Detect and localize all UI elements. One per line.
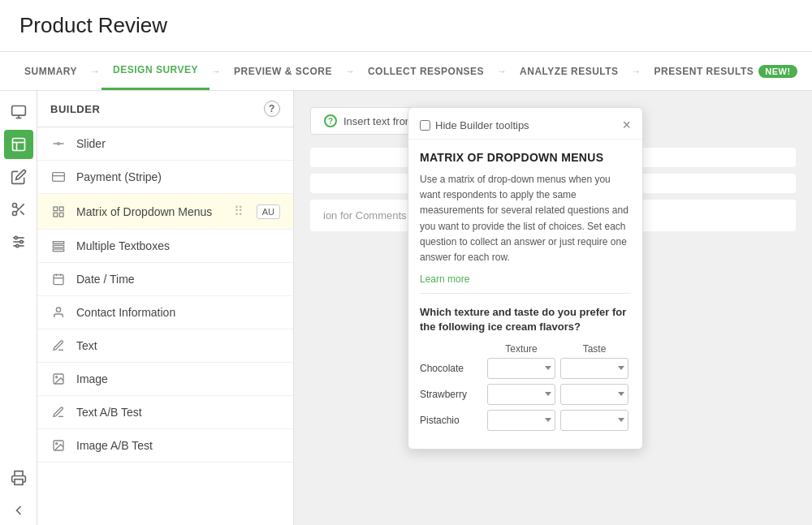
image-ab-icon xyxy=(50,439,67,452)
svg-point-15 xyxy=(19,240,22,243)
svg-point-16 xyxy=(15,244,18,247)
nav-arrow-4: → xyxy=(497,66,507,77)
builder-item-slider[interactable]: Slider xyxy=(37,127,293,161)
matrix-header-row: Texture Taste xyxy=(420,343,631,355)
text-ab-icon xyxy=(50,406,67,419)
builder-item-multiple-textboxes[interactable]: Multiple Textboxes xyxy=(37,230,293,263)
matrix-row-label-strawberry: Strawberry xyxy=(420,389,485,400)
svg-rect-21 xyxy=(53,173,65,182)
builder-item-contact-info[interactable]: Contact Information xyxy=(37,296,293,329)
svg-rect-23 xyxy=(54,207,58,211)
nav-item-design-survey[interactable]: DESIGN SURVEY xyxy=(102,52,209,90)
hide-tooltips-label[interactable]: Hide Builder tooltips xyxy=(420,119,529,131)
svg-rect-28 xyxy=(53,245,63,247)
sidebar-design-icon[interactable] xyxy=(4,130,33,159)
builder-panel: BUILDER ? Slider Payment (Stripe) Matrix… xyxy=(37,91,294,525)
hide-tooltips-checkbox[interactable] xyxy=(420,120,430,131)
svg-rect-24 xyxy=(59,207,63,211)
matrix-action-button[interactable]: AU xyxy=(257,204,280,219)
tooltip-top-bar: Hide Builder tooltips × xyxy=(408,108,642,140)
sidebar-bottom xyxy=(4,463,33,525)
sidebar-builder-icon[interactable] xyxy=(4,97,33,127)
svg-rect-0 xyxy=(11,106,25,116)
svg-line-9 xyxy=(20,211,24,215)
svg-point-14 xyxy=(15,236,17,239)
payment-icon xyxy=(50,170,67,183)
matrix-select-chocolate-taste[interactable] xyxy=(560,358,628,379)
nav-item-summary[interactable]: SUMMARY xyxy=(13,52,89,90)
sidebar-print-icon[interactable] xyxy=(4,463,33,493)
builder-help-icon[interactable]: ? xyxy=(264,101,280,117)
svg-rect-30 xyxy=(54,275,63,285)
sidebar-sliders-icon[interactable] xyxy=(4,227,33,256)
matrix-select-strawberry-taste[interactable] xyxy=(560,384,628,405)
sidebar-scissors-icon[interactable] xyxy=(4,195,33,224)
builder-item-image-ab[interactable]: Image A/B Test xyxy=(37,429,293,463)
svg-rect-3 xyxy=(12,139,24,151)
svg-point-38 xyxy=(56,443,58,445)
icon-sidebar xyxy=(0,91,37,525)
nav-item-collect-responses[interactable]: COLLECT RESPONSES xyxy=(356,52,495,90)
matrix-select-strawberry-texture[interactable] xyxy=(487,384,555,405)
matrix-dropdown-icon xyxy=(50,205,67,218)
text-icon xyxy=(50,339,67,352)
svg-point-7 xyxy=(12,212,16,216)
svg-point-6 xyxy=(12,204,16,208)
sidebar-edit-icon[interactable] xyxy=(4,162,33,191)
tooltip-title: MATRIX OF DROPDOWN MENUS xyxy=(420,151,631,164)
svg-rect-27 xyxy=(53,242,63,244)
matrix-preview-question: Which texture and taste do you prefer fo… xyxy=(420,305,631,334)
matrix-select-pistachio-taste[interactable] xyxy=(560,410,628,431)
sidebar-collapse-icon[interactable] xyxy=(4,496,33,525)
builder-item-matrix-dropdown[interactable]: Matrix of Dropdown Menus ⠿ AU xyxy=(37,194,293,230)
svg-point-34 xyxy=(56,308,60,312)
matrix-row-chocolate: Chocolate xyxy=(420,358,631,379)
svg-point-18 xyxy=(58,143,60,145)
drag-handle-icon[interactable]: ⠿ xyxy=(234,204,244,219)
builder-item-text[interactable]: Text xyxy=(37,329,293,363)
nav-item-analyze-results[interactable]: ANALYZE RESULTS xyxy=(508,52,630,90)
builder-header: BUILDER ? xyxy=(37,91,293,127)
builder-item-payment[interactable]: Payment (Stripe) xyxy=(37,161,293,194)
matrix-row-pistachio: Pistachio xyxy=(420,410,631,431)
main-layout: BUILDER ? Slider Payment (Stripe) Matrix… xyxy=(0,91,812,525)
svg-line-10 xyxy=(15,207,18,209)
nav-arrow-3: → xyxy=(345,66,355,77)
svg-point-36 xyxy=(56,377,58,378)
svg-rect-17 xyxy=(15,480,23,485)
date-time-icon xyxy=(50,273,67,286)
page-title: Product Review xyxy=(19,13,167,38)
content-area: ? Insert text from... ▾ ion for Comments… xyxy=(294,91,812,525)
nav-item-present-results[interactable]: PRESENT RESULTS NEW! xyxy=(643,52,809,90)
page-header: Product Review xyxy=(0,0,812,52)
matrix-col-texture: Texture xyxy=(485,343,558,355)
image-icon xyxy=(50,372,67,385)
builder-item-image[interactable]: Image xyxy=(37,363,293,396)
matrix-select-chocolate-texture[interactable] xyxy=(487,358,555,379)
svg-rect-29 xyxy=(53,249,63,252)
multiple-textboxes-icon xyxy=(50,239,67,252)
new-badge: NEW! xyxy=(758,65,797,78)
matrix-row-label-pistachio: Pistachio xyxy=(420,415,485,426)
matrix-preview: Which texture and taste do you prefer fo… xyxy=(420,302,631,438)
learn-more-link[interactable]: Learn more xyxy=(420,273,469,285)
tooltip-close-button[interactable]: × xyxy=(622,118,631,132)
svg-rect-26 xyxy=(59,213,63,217)
nav-arrow-2: → xyxy=(211,66,221,77)
tooltip-body: MATRIX OF DROPDOWN MENUS Use a matrix of… xyxy=(408,140,642,449)
contact-info-icon xyxy=(50,306,67,319)
nav-arrow-1: → xyxy=(90,66,100,77)
nav-arrow-5: → xyxy=(632,66,641,77)
tooltip-description: Use a matrix of drop-down menus when you… xyxy=(420,172,631,265)
nav-bar: SUMMARY → DESIGN SURVEY → PREVIEW & SCOR… xyxy=(0,52,812,91)
tooltip-divider xyxy=(420,293,631,294)
help-circle-icon: ? xyxy=(324,114,337,127)
svg-rect-25 xyxy=(54,213,58,217)
slider-icon xyxy=(50,137,67,150)
builder-item-text-ab[interactable]: Text A/B Test xyxy=(37,396,293,429)
nav-item-preview-score[interactable]: PREVIEW & SCORE xyxy=(222,52,343,90)
matrix-col-taste: Taste xyxy=(558,343,631,355)
matrix-select-pistachio-texture[interactable] xyxy=(487,410,555,431)
matrix-row-label-chocolate: Chocolate xyxy=(420,363,485,374)
builder-item-date-time[interactable]: Date / Time xyxy=(37,263,293,296)
